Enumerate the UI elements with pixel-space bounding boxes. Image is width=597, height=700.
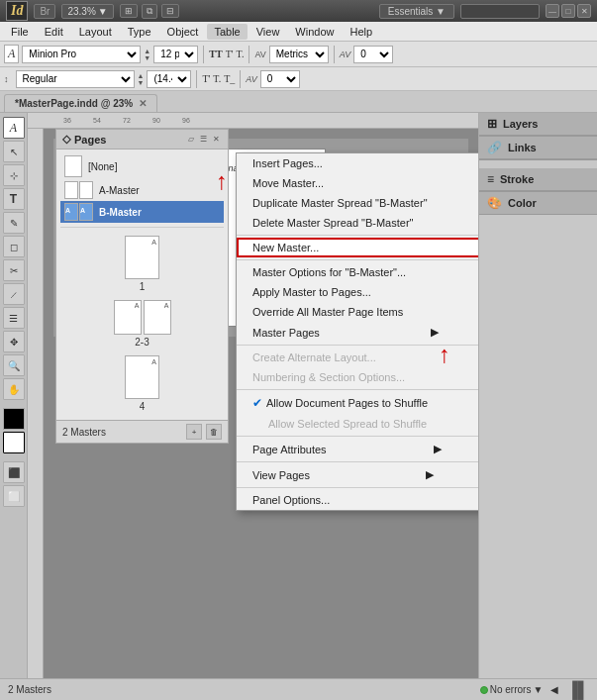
ctx-delete-master[interactable]: Delete Master Spread "B-Master" xyxy=(237,213,478,233)
master-b-left: A xyxy=(64,203,78,221)
nav-prev-btn[interactable]: ◀ xyxy=(550,684,558,695)
doc-tab[interactable]: *MasterPage.indd @ 23% ✕ xyxy=(4,94,157,112)
ctx-new-master-label: New Master... xyxy=(252,242,319,253)
master-b[interactable]: A A B-Master xyxy=(60,201,224,223)
tool-gradient[interactable]: ⟋ xyxy=(3,283,25,305)
ctx-panel-options[interactable]: Panel Options... xyxy=(237,490,478,510)
doc-tab-close[interactable]: ✕ xyxy=(139,98,147,109)
main-area: A ↖ ⊹ T ✎ ◻ ✂ ⟋ ☰ ✥ 🔍 ✋ ⬛ ⬜ 36 54 72 90 … xyxy=(0,113,597,678)
view-mode-btn[interactable]: ⊞ xyxy=(120,4,138,18)
pages-panel-minimize[interactable]: ▱ xyxy=(186,134,196,145)
tt-row2-2: T. xyxy=(213,73,221,84)
zoom-control[interactable]: 23.3% ▼ xyxy=(61,4,113,19)
master-none[interactable]: [None] xyxy=(60,153,224,179)
view-normal[interactable]: ⬛ xyxy=(3,461,25,483)
ctx-page-attributes[interactable]: Page Attributes ▶ xyxy=(237,439,478,459)
av-icon1: AV xyxy=(254,50,265,59)
ctx-sep5 xyxy=(237,436,478,437)
tool-note[interactable]: ☰ xyxy=(3,307,25,329)
menu-type[interactable]: Type xyxy=(121,24,158,40)
arrange-btn[interactable]: ⧉ xyxy=(142,4,157,19)
tool-type[interactable]: T xyxy=(3,188,25,210)
font-size-select[interactable]: 12 pt xyxy=(153,46,198,63)
ctx-override-all[interactable]: Override All Master Page Items Alt+Shift… xyxy=(237,302,478,322)
tool-pen[interactable]: ✎ xyxy=(3,212,25,234)
panel-spacer1 xyxy=(479,160,597,168)
ctx-allow-spread-label: Allow Selected Spread to Shuffle xyxy=(268,418,427,430)
metrics-select[interactable]: Metrics xyxy=(269,46,329,63)
close-btn[interactable]: ✕ xyxy=(577,4,591,18)
links-icon: 🔗 xyxy=(487,141,502,154)
menu-view[interactable]: View xyxy=(249,24,287,40)
ctx-master-pages[interactable]: Master Pages ▶ xyxy=(237,322,478,343)
ctx-new-master[interactable]: New Master... xyxy=(237,238,478,257)
ctx-view-pages-arrow: ▶ xyxy=(426,468,434,481)
delete-page-btn[interactable]: 🗑 xyxy=(206,424,222,440)
page-1-item[interactable]: A 1 xyxy=(60,232,224,296)
tool-arrow[interactable]: ↖ xyxy=(3,141,25,162)
ctx-numbering-label: Numbering & Section Options... xyxy=(252,371,405,383)
status-dot xyxy=(480,686,488,694)
toolbar-sep5 xyxy=(240,70,241,88)
tool-scissors[interactable]: ✂ xyxy=(3,259,25,281)
maximize-btn[interactable]: □ xyxy=(561,4,575,18)
tracking-select[interactable]: 0 xyxy=(353,46,393,63)
page-23-item[interactable]: A A 2-3 xyxy=(60,296,224,351)
fill-color[interactable] xyxy=(3,408,25,430)
ruler-mark-96: 96 xyxy=(182,117,212,124)
tool-transform[interactable]: ✥ xyxy=(3,331,25,352)
menu-window[interactable]: Window xyxy=(288,24,341,40)
ctx-apply-master[interactable]: Apply Master to Pages... xyxy=(237,282,478,302)
color-panel-header[interactable]: 🎨 Color xyxy=(479,192,597,215)
ctx-view-pages[interactable]: View Pages ▶ xyxy=(237,464,478,485)
tool-hand[interactable]: ✋ xyxy=(3,378,25,400)
ctx-master-options[interactable]: Master Options for "B-Master"... xyxy=(237,262,478,282)
menu-edit[interactable]: Edit xyxy=(38,24,70,40)
minimize-btn[interactable]: — xyxy=(546,4,559,18)
menu-object[interactable]: Object xyxy=(160,24,206,40)
master-b-label: B-Master xyxy=(99,207,142,218)
ctx-duplicate-master[interactable]: Duplicate Master Spread "B-Master" xyxy=(237,193,478,213)
stroke-color[interactable] xyxy=(3,432,25,453)
grid-btn[interactable]: ⊟ xyxy=(161,4,179,18)
ctx-page-attributes-arrow: ▶ xyxy=(434,443,442,455)
ctx-insert-pages[interactable]: Insert Pages... xyxy=(237,153,478,173)
pages-panel-menu[interactable]: ☰ xyxy=(198,134,209,145)
ruler-marks: 36 54 72 90 96 xyxy=(59,117,212,124)
pages-panel-close[interactable]: ✕ xyxy=(211,134,222,145)
tracking2-select[interactable]: 0 xyxy=(260,70,300,88)
page-4-item[interactable]: A 4 xyxy=(60,351,224,416)
workspace-label: Essentials xyxy=(388,6,434,17)
links-panel-header[interactable]: 🔗 Links xyxy=(479,137,597,159)
font-family-select[interactable]: Minion Pro xyxy=(22,46,141,63)
leading-select[interactable]: (14.4 pt) xyxy=(147,70,191,88)
menu-layout[interactable]: Layout xyxy=(72,24,119,40)
pages-panel-label: Pages xyxy=(74,134,106,146)
workspace-selector[interactable]: Essentials ▼ xyxy=(379,4,454,19)
tool-zoom[interactable]: 🔍 xyxy=(3,354,25,376)
master-a[interactable]: A-Master xyxy=(60,179,224,201)
bridge-btn[interactable]: Br xyxy=(34,4,55,19)
ctx-view-pages-label: View Pages xyxy=(252,469,310,481)
search-input[interactable] xyxy=(460,4,540,19)
tool-select[interactable]: A xyxy=(3,117,25,139)
style-select[interactable]: Regular xyxy=(16,70,135,88)
stroke-panel-header[interactable]: ≡ Stroke xyxy=(479,168,597,191)
page-23-pair: A A xyxy=(114,300,171,335)
pages-panel-diamond: ◇ xyxy=(62,133,70,146)
new-page-btn[interactable]: + xyxy=(186,424,202,440)
layers-panel-header[interactable]: ⊞ Layers xyxy=(479,113,597,136)
tool-rect[interactable]: ◻ xyxy=(3,236,25,257)
tool-direct-select[interactable]: ⊹ xyxy=(3,164,25,186)
red-arrow-2: ↑ xyxy=(439,341,450,368)
tt-icon3: T. xyxy=(237,49,245,59)
status-arrow[interactable]: ▼ xyxy=(533,684,543,695)
masters-count: 2 Masters xyxy=(62,427,106,438)
menu-table[interactable]: Table xyxy=(207,24,247,40)
view-preview[interactable]: ⬜ xyxy=(3,485,25,507)
menu-file[interactable]: File xyxy=(4,24,36,40)
menu-help[interactable]: Help xyxy=(343,24,379,40)
doc-tab-name: *MasterPage.indd @ 23% xyxy=(15,98,133,109)
ctx-move-master[interactable]: Move Master... xyxy=(237,173,478,193)
ctx-allow-shuffle[interactable]: ✔ Allow Document Pages to Shuffle xyxy=(237,392,478,414)
